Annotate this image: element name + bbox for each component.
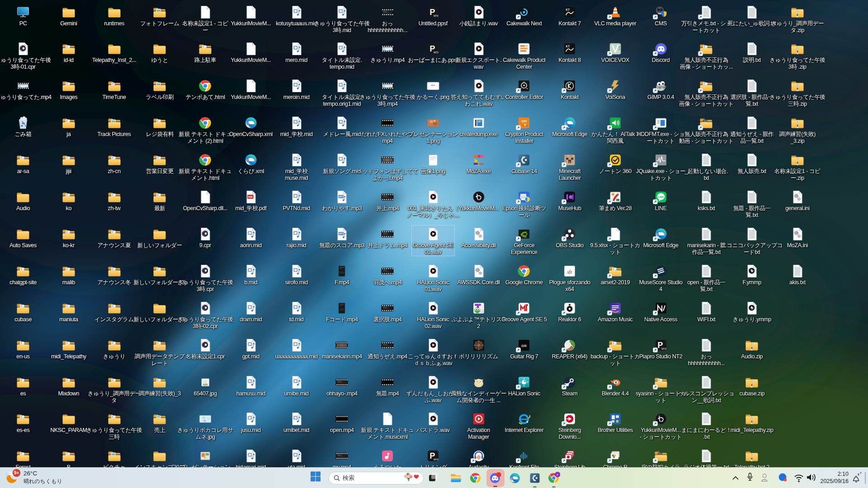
svg-text:検索: 検索	[342, 474, 354, 481]
svg-text:z: z	[860, 471, 862, 474]
svg-text:晴れのちくもり: 晴れのちくもり	[24, 478, 62, 484]
svg-text:P: P	[557, 473, 558, 476]
svg-text:2:10: 2:10	[838, 471, 849, 477]
svg-text:26°C: 26°C	[24, 470, 37, 477]
svg-text:9+: 9+	[14, 470, 19, 475]
svg-text:2025/09/16: 2025/09/16	[820, 478, 849, 484]
svg-text:z: z	[858, 472, 859, 476]
